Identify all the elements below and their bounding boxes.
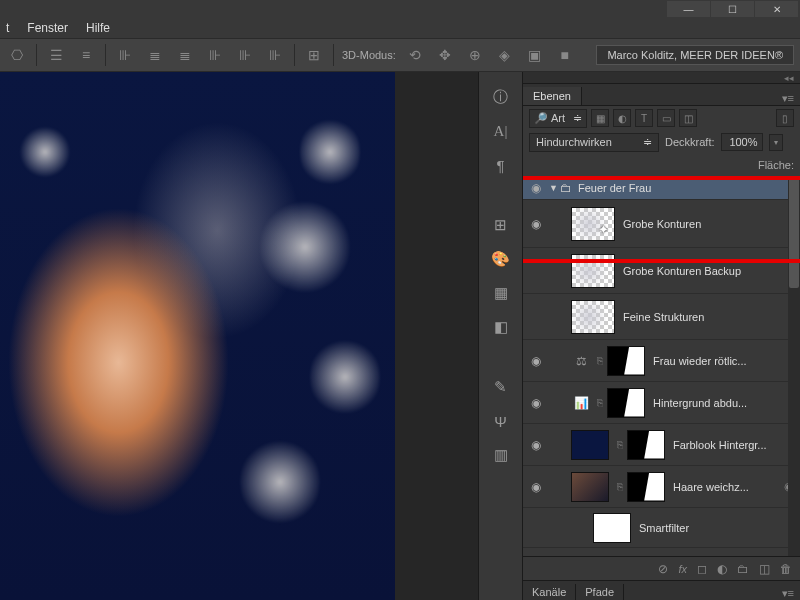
adjustments-icon[interactable]: ◧ <box>488 316 514 338</box>
layer-smartfilter[interactable]: Smartfilter <box>523 508 800 548</box>
menu-item-t[interactable]: t <box>6 21 9 35</box>
layer-name[interactable]: Smartfilter <box>639 522 800 534</box>
color-icon[interactable]: 🎨 <box>488 248 514 270</box>
toolbar-icon[interactable]: ⎔ <box>6 44 28 66</box>
canvas-image <box>0 72 395 600</box>
layer-name[interactable]: Grobe Konturen <box>623 218 800 230</box>
tab-ebenen[interactable]: Ebenen <box>523 87 582 105</box>
layers-list[interactable]: ◉ ▼ 🗀 Feuer der Frau ◉ ✦ Grobe Konturen … <box>523 176 800 556</box>
layer-effects-icon[interactable]: fx <box>678 563 687 575</box>
layer-name[interactable]: Haare weichz... <box>673 481 784 493</box>
layer-frau-roetlich[interactable]: ◉ ⚖ ⎘ Frau wieder rötlic... <box>523 340 800 382</box>
filter-smart-icon[interactable]: ◫ <box>679 109 697 127</box>
3d-orbit-icon[interactable]: ⟲ <box>404 44 426 66</box>
styles-icon[interactable]: ▦ <box>488 282 514 304</box>
panel-menu-icon[interactable]: ▾≡ <box>776 587 800 600</box>
divider <box>105 44 106 66</box>
document-canvas[interactable] <box>0 72 478 600</box>
character-icon[interactable]: A| <box>488 120 514 142</box>
window-titlebar: — ☐ ✕ <box>0 0 800 18</box>
tab-kanaele[interactable]: Kanäle <box>523 584 576 600</box>
mask-thumbnail[interactable] <box>627 430 665 460</box>
align-icon[interactable]: ☰ <box>45 44 67 66</box>
layer-thumbnail[interactable]: ✦ <box>571 207 615 241</box>
delete-layer-icon[interactable]: 🗑 <box>780 562 792 576</box>
distribute-icon[interactable]: ≣ <box>144 44 166 66</box>
window-minimize-button[interactable]: — <box>667 1 710 17</box>
align-icon[interactable]: ≡ <box>75 44 97 66</box>
layer-name[interactable]: Farblook Hintergr... <box>673 439 800 451</box>
visibility-toggle-icon[interactable]: ◉ <box>531 396 541 410</box>
swatches-icon[interactable]: ⊞ <box>488 214 514 236</box>
menu-item-hilfe[interactable]: Hilfe <box>86 21 110 35</box>
new-layer-icon[interactable]: ◫ <box>759 562 770 576</box>
clone-source-icon[interactable]: ▥ <box>488 444 514 466</box>
brush-icon[interactable]: ✎ <box>488 376 514 398</box>
divider <box>36 44 37 66</box>
filter-type-icon[interactable]: T <box>635 109 653 127</box>
opacity-flyout-icon[interactable]: ▾ <box>769 134 783 151</box>
layer-group-feuer[interactable]: ◉ ▼ 🗀 Feuer der Frau <box>523 176 800 200</box>
layer-thumbnail[interactable] <box>571 300 615 334</box>
distribute-icon[interactable]: ⊪ <box>204 44 226 66</box>
layers-panel: ◂◂ Ebenen ▾≡ 🔎Art≑ ▦ ◐ T ▭ ◫ ▯ Hindurchw… <box>522 72 800 600</box>
layer-name[interactable]: Hintergrund abdu... <box>653 397 800 409</box>
layer-name[interactable]: Grobe Konturen Backup <box>623 265 800 277</box>
3d-rotate-icon[interactable]: ✥ <box>434 44 456 66</box>
camera-icon[interactable]: ■ <box>554 44 576 66</box>
layer-grobe-konturen[interactable]: ◉ ✦ Grobe Konturen <box>523 200 800 248</box>
new-group-icon[interactable]: 🗀 <box>737 562 749 576</box>
layer-farblook[interactable]: ◉ ⎘ Farblook Hintergr... <box>523 424 800 466</box>
filter-toggle-icon[interactable]: ▯ <box>776 109 794 127</box>
3d-pan-icon[interactable]: ⊕ <box>464 44 486 66</box>
distribute-icon[interactable]: ⊪ <box>234 44 256 66</box>
user-badge[interactable]: Marco Kolditz, MEER DER IDEEN® <box>596 45 794 65</box>
brush-presets-icon[interactable]: Ψ <box>488 410 514 432</box>
smartobject-thumbnail[interactable] <box>571 472 609 502</box>
link-layers-icon[interactable]: ⊘ <box>658 562 668 576</box>
layer-feine-strukturen[interactable]: Feine Strukturen <box>523 294 800 340</box>
blend-mode-dropdown[interactable]: Hindurchwirken≑ <box>529 133 659 152</box>
disclosure-triangle-icon[interactable]: ▼ <box>549 183 558 193</box>
mask-thumbnail[interactable] <box>607 388 645 418</box>
distribute-icon[interactable]: ⊪ <box>264 44 286 66</box>
window-maximize-button[interactable]: ☐ <box>711 1 754 17</box>
filter-pixel-icon[interactable]: ▦ <box>591 109 609 127</box>
3d-slide-icon[interactable]: ◈ <box>494 44 516 66</box>
tab-pfade[interactable]: Pfade <box>576 584 624 600</box>
layer-thumbnail[interactable] <box>571 254 615 288</box>
visibility-toggle-icon[interactable]: ◉ <box>531 480 541 494</box>
panel-menu-icon[interactable]: ▾≡ <box>776 92 800 105</box>
add-mask-icon[interactable]: ◻ <box>697 562 707 576</box>
visibility-toggle-icon[interactable]: ◉ <box>531 217 541 231</box>
filter-mask-thumbnail[interactable] <box>593 513 631 543</box>
fill-thumbnail[interactable] <box>571 430 609 460</box>
mask-thumbnail[interactable] <box>607 346 645 376</box>
filter-adjust-icon[interactable]: ◐ <box>613 109 631 127</box>
3d-scale-icon[interactable]: ▣ <box>524 44 546 66</box>
filter-type-dropdown[interactable]: 🔎Art≑ <box>529 109 587 128</box>
paragraph-icon[interactable]: ¶ <box>488 154 514 176</box>
scrollbar[interactable] <box>788 176 800 556</box>
layer-haare-weichz[interactable]: ◉ ⎘ Haare weichz... ◉ <box>523 466 800 508</box>
window-close-button[interactable]: ✕ <box>755 1 798 17</box>
scrollbar-thumb[interactable] <box>789 178 799 288</box>
info-icon[interactable]: ⓘ <box>488 86 514 108</box>
panel-collapse-icon[interactable]: ◂◂ <box>523 72 800 84</box>
visibility-toggle-icon[interactable]: ◉ <box>531 438 541 452</box>
distribute-icon[interactable]: ≣ <box>174 44 196 66</box>
add-adjustment-icon[interactable]: ◐ <box>717 562 727 576</box>
opacity-input[interactable]: 100% <box>721 133 763 151</box>
visibility-toggle-icon[interactable]: ◉ <box>531 181 541 195</box>
layer-name[interactable]: Feuer der Frau <box>578 182 800 194</box>
filter-shape-icon[interactable]: ▭ <box>657 109 675 127</box>
layer-grobe-konturen-backup[interactable]: Grobe Konturen Backup <box>523 248 800 294</box>
layer-hintergrund-abdu[interactable]: ◉ 📊 ⎘ Hintergrund abdu... <box>523 382 800 424</box>
distribute-icon[interactable]: ⊪ <box>114 44 136 66</box>
mask-thumbnail[interactable] <box>627 472 665 502</box>
visibility-toggle-icon[interactable]: ◉ <box>531 354 541 368</box>
3d-icon[interactable]: ⊞ <box>303 44 325 66</box>
menu-item-fenster[interactable]: Fenster <box>27 21 68 35</box>
layer-name[interactable]: Feine Strukturen <box>623 311 800 323</box>
layer-name[interactable]: Frau wieder rötlic... <box>653 355 800 367</box>
